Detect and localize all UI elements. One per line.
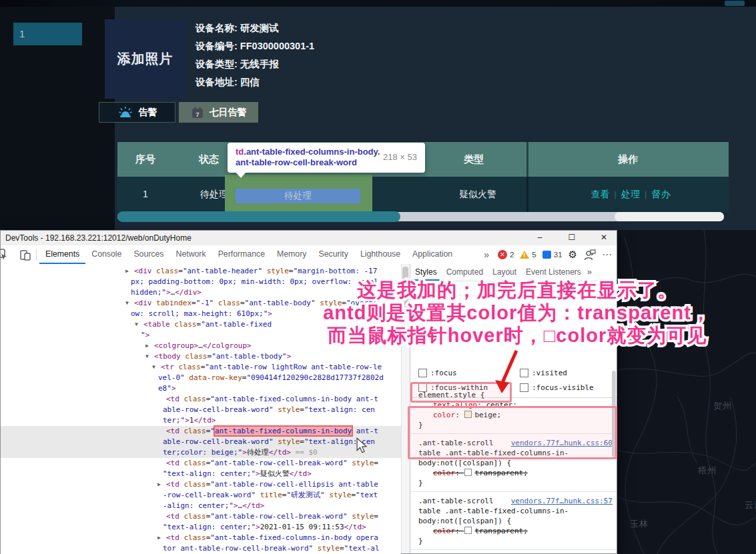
feedback-icon[interactable] (583, 249, 596, 261)
style-line[interactable]: body:not([colspan]) { (418, 516, 613, 526)
code-line[interactable]: e8"> (1, 383, 401, 394)
add-photo-placeholder[interactable]: 添加照片 (105, 19, 185, 99)
style-line[interactable]: } (418, 536, 613, 546)
close-button[interactable]: ✕ (594, 231, 614, 245)
styles-tab-computed[interactable]: Computed (442, 264, 488, 281)
color-swatch[interactable] (464, 469, 472, 476)
code-line[interactable]: ▼<table class="ant-table-fixed (1, 319, 401, 330)
color-swatch[interactable] (464, 411, 472, 418)
tab-application[interactable]: Application (406, 245, 458, 264)
style-line[interactable]: color: transparent; (418, 468, 613, 478)
stylesheet-link[interactable]: vendors.77f…hunk.css:57 (511, 496, 613, 506)
device-toolbar-icon[interactable] (19, 249, 31, 261)
warning-icon[interactable] (520, 251, 529, 259)
minimize-button[interactable]: – (530, 231, 550, 245)
code-line[interactable]: <td class="ant-table-row-cell-break-word… (1, 458, 401, 469)
maximize-button[interactable]: ☐ (562, 231, 582, 245)
code-line[interactable]: ter;color: beige;">待处理</td> == $0 (1, 447, 401, 458)
styles-tab-event-listeners[interactable]: Event Listeners (521, 264, 586, 281)
error-count[interactable]: 2 (510, 251, 514, 259)
tab-security[interactable]: Security (312, 245, 354, 264)
message-icon[interactable] (542, 251, 551, 259)
action-link-查看[interactable]: 查看 (591, 189, 610, 201)
expand-arrow-closed[interactable]: ▶ (157, 479, 161, 490)
code-line[interactable]: "text-align: center;">2021-01-15 09:11:5… (1, 522, 401, 533)
color-swatch[interactable] (464, 527, 472, 534)
code-line[interactable]: vel-0" data-row-key="090414f120290c2828d… (1, 373, 401, 383)
checkbox-icon[interactable] (520, 369, 528, 377)
tab-memory[interactable]: Memory (271, 245, 312, 264)
action-link-处理[interactable]: 处理 (621, 189, 640, 201)
action-link-督办[interactable]: 督办 (651, 189, 670, 201)
style-line[interactable]: vendors.77f…hunk.css:60.ant-table-scroll (418, 438, 613, 448)
expand-arrow-open[interactable]: ▼ (145, 351, 149, 362)
expand-arrow-closed[interactable]: ▶ (125, 266, 129, 277)
code-line[interactable]: ▶<div class="ant-table-header" style="ma… (1, 266, 401, 277)
code-line[interactable]: ▶<colgroup>…</colgroup> (1, 341, 401, 351)
message-count[interactable]: 31 (554, 251, 562, 259)
style-line[interactable]: element.style { (418, 390, 613, 400)
tab-lighthouse[interactable]: Lighthouse (354, 245, 406, 264)
code-line[interactable]: able-row-cell-break-word" style="text-al… (1, 437, 401, 447)
checkbox-icon[interactable] (418, 369, 427, 377)
tab-sources[interactable]: Sources (127, 245, 169, 264)
style-line[interactable]: } (418, 420, 613, 430)
expand-arrow-open[interactable]: ▼ (135, 319, 138, 330)
code-line[interactable]: ▶<td class="ant-table-fixed-columns-in-b… (1, 533, 401, 543)
alarm-button[interactable]: 告警 (99, 102, 175, 123)
overflow-menu-icon[interactable]: ⋯ (602, 249, 613, 261)
style-line[interactable]: } (418, 478, 613, 488)
error-icon[interactable]: ✕ (498, 250, 507, 259)
styles-tab-layout[interactable]: Layout (488, 264, 521, 281)
styles-scrollbar-thumb[interactable] (612, 371, 616, 457)
stylesheet-link[interactable]: vendors.77f…hunk.css:60 (511, 438, 613, 448)
code-line[interactable]: ow: scroll; max-height: 610px;"> (1, 309, 401, 319)
expand-arrow-open[interactable]: ▼ (152, 362, 155, 373)
code-line[interactable]: ter;">1</td> (1, 415, 401, 426)
sidebar-item-1[interactable]: 1 (13, 23, 82, 45)
more-tabs-icon[interactable]: » (484, 249, 489, 260)
expand-arrow-open[interactable]: ▼ (125, 298, 129, 309)
code-line[interactable]: ▼<tbody class="ant-table-tbody"> (1, 351, 401, 362)
code-line[interactable]: ▶<td class="ant-table-row-cell-ellipsis … (1, 479, 401, 490)
code-line[interactable]: tor ant-table-row-cell-break-word" style… (1, 543, 401, 554)
elements-scrollbar-thumb[interactable] (402, 267, 408, 315)
code-line[interactable]: px; padding-bottom: 0px; min-width: 0px;… (1, 277, 401, 287)
inspect-element-icon[interactable] (0, 249, 8, 261)
style-line[interactable]: body:not([colspan]) { (418, 458, 613, 468)
styles-tab-styles[interactable]: Styles (410, 264, 442, 281)
tab-elements[interactable]: Elements (39, 245, 85, 264)
pseudo-toggle-focus[interactable]: :focus (410, 365, 512, 380)
pseudo-toggle-visited[interactable]: :visited (512, 365, 613, 380)
device-info-row: 设备名称: 研发测试 (196, 19, 416, 37)
style-line[interactable]: color: beige; (418, 410, 613, 420)
styles-filter-bar[interactable] (410, 281, 617, 296)
code-line[interactable]: "text-align: center;">疑似火警</td> (1, 469, 401, 479)
expand-arrow-closed[interactable]: ▶ (145, 341, 149, 351)
style-line[interactable]: table .ant-table-fixed-columns-in- (418, 448, 613, 458)
style-line[interactable]: vendors.77f…hunk.css:57.ant-table-scroll (418, 496, 613, 506)
code-line[interactable]: <td class="ant-table-row-cell-break-word… (1, 511, 401, 522)
warning-count[interactable]: 5 (532, 251, 536, 259)
code-line[interactable]: ▼<div tabindex="-1" class="ant-table-bod… (1, 298, 401, 309)
code-line[interactable]: hidden;">…</div> (1, 287, 401, 298)
code-line[interactable]: ▼<tr class="ant-table-row lightRow ant-t… (1, 362, 401, 373)
seven-day-alarm-button[interactable]: 7 七日告警 (179, 102, 258, 123)
style-line[interactable]: color: transparent; (418, 526, 613, 536)
tab-console[interactable]: Console (85, 245, 127, 264)
code-line[interactable]: "> (1, 330, 401, 341)
devtools-titlebar[interactable]: DevTools - 192.168.23.221:12012/web/onDu… (1, 231, 617, 246)
code-line[interactable]: -align: center;">…</td> (1, 501, 401, 511)
styles-more-tabs-icon[interactable]: » (587, 264, 592, 281)
table-hscrollbar-thumb[interactable] (117, 211, 400, 222)
style-line[interactable]: table .ant-table-fixed-columns-in- (418, 506, 613, 516)
code-line[interactable]: <td class="ant-table-fixed-columns-in-bo… (1, 394, 401, 405)
tab-network[interactable]: Network (170, 245, 212, 264)
code-line[interactable]: able-row-cell-break-word" style="text-al… (1, 405, 401, 415)
settings-gear-icon[interactable]: ⚙ (569, 249, 577, 261)
code-line[interactable]: <td class="ant-table-fixed-columns-in-bo… (1, 426, 401, 437)
style-line[interactable]: text-align: center; (418, 400, 613, 410)
expand-arrow-closed[interactable]: ▶ (157, 533, 161, 543)
tab-performance[interactable]: Performance (212, 245, 271, 264)
code-line[interactable]: -row-cell-break-word" title="研发测试" style… (1, 490, 401, 501)
